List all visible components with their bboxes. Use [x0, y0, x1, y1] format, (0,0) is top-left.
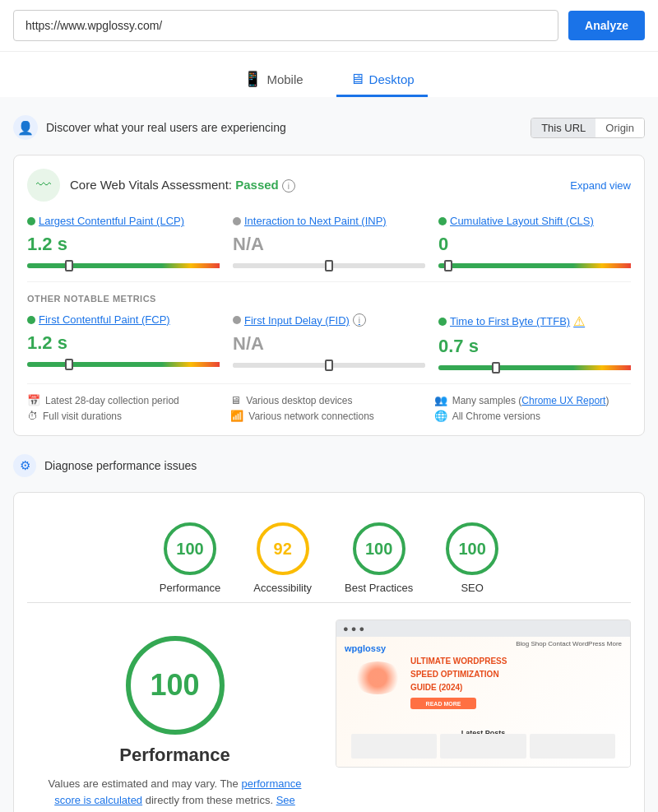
cwv-status: Passed	[235, 178, 279, 192]
accessibility-label: Accessibility	[253, 582, 312, 594]
other-metrics-grid: First Contentful Paint (FCP) 1.2 s First…	[27, 313, 631, 370]
cwv-footer-col-3: 👥 Many samples (Chrome UX Report) 🌐 All …	[434, 394, 631, 422]
fid-value: N/A	[233, 333, 425, 355]
diagnose-icon: ⚙	[13, 454, 36, 477]
fid-bar	[233, 363, 425, 368]
cls-dot	[438, 217, 447, 225]
url-origin-toggle: This URL Origin	[531, 118, 645, 138]
origin-button[interactable]: Origin	[595, 118, 644, 137]
footer-samples-text: Many samples (Chrome UX Report)	[452, 395, 609, 406]
footer-period-text: Latest 28-day collection period	[45, 395, 179, 406]
fcp-label-text: First Contentful Paint (FCP)	[39, 313, 170, 326]
performance-circle: 100	[164, 522, 216, 575]
score-performance[interactable]: 100 Performance	[160, 522, 220, 594]
performance-label: Performance	[160, 582, 220, 594]
real-users-title: Discover what your real users are experi…	[46, 121, 286, 134]
metric-inp: Interaction to Next Paint (INP) N/A	[233, 215, 425, 268]
real-users-left: 👤 Discover what your real users are expe…	[13, 115, 286, 140]
this-url-button[interactable]: This URL	[531, 118, 595, 137]
metric-fid: First Input Delay (FID) i N/A	[233, 313, 425, 370]
lcp-bar	[27, 263, 220, 268]
cwv-title-text: Core Web Vitals Assessment:	[70, 178, 232, 192]
lcp-label-text: Largest Contentful Paint (LCP)	[39, 215, 184, 227]
performance-subtitle: Values are estimated and may vary. The p…	[44, 776, 306, 812]
fid-info-icon[interactable]: i	[353, 313, 366, 327]
tab-desktop-label: Desktop	[369, 72, 415, 86]
metric-inp-label[interactable]: Interaction to Next Paint (INP)	[233, 215, 425, 227]
cta-button: READ MORE	[426, 701, 461, 707]
site-screenshot: ● ● ● wpglossy Blog Shop Contact WordPre…	[336, 619, 631, 768]
score-accessibility[interactable]: 92 Accessibility	[253, 522, 312, 594]
cwv-header: 〰 Core Web Vitals Assessment: Passed i E…	[27, 169, 631, 202]
screenshot-nav-dots: ● ● ●	[343, 624, 364, 633]
screenshot-logo: wpglossy	[345, 643, 386, 653]
metric-ttfb-label[interactable]: Time to First Byte (TTFB) ⚠	[438, 313, 631, 329]
cwv-footer-chrome: 🌐 All Chrome versions	[434, 410, 631, 422]
globe-icon: 🌐	[434, 410, 447, 422]
chrome-ux-link[interactable]: Chrome UX Report	[521, 395, 605, 406]
screenshot-browser-bar: ● ● ●	[336, 620, 630, 637]
fid-dot	[233, 316, 241, 324]
seo-label: SEO	[461, 582, 483, 594]
score-best-practices[interactable]: 100 Best Practices	[345, 522, 413, 594]
inp-label-text: Interaction to Next Paint (INP)	[244, 215, 387, 227]
desktop-icon: 🖥	[350, 71, 364, 88]
header: Analyze	[0, 0, 658, 52]
metrics-divider	[27, 281, 631, 282]
fcp-bar	[27, 362, 220, 367]
desktop-small-icon: 🖥	[230, 394, 241, 406]
metric-cls-label[interactable]: Cumulative Layout Shift (CLS)	[438, 215, 631, 227]
clock-icon: ⏱	[27, 410, 38, 422]
cls-bar	[438, 263, 631, 268]
real-users-bar: 👤 Discover what your real users are expe…	[13, 109, 645, 146]
inp-bar	[233, 263, 425, 268]
screenshot-content: wpglossy Blog Shop Contact WordPress Mor…	[336, 637, 630, 767]
diagnose-bar: ⚙ Diagnose performance issues	[13, 448, 645, 484]
big-performance-circle: 100	[126, 636, 225, 735]
metric-lcp-label[interactable]: Largest Contentful Paint (LCP)	[27, 215, 220, 227]
cwv-footer: 📅 Latest 28-day collection period ⏱ Full…	[27, 383, 631, 422]
cwv-footer-col-2: 🖥 Various desktop devices 📶 Various netw…	[230, 394, 427, 422]
screenshot-posts-section	[351, 734, 615, 759]
main-metrics-grid: Largest Contentful Paint (LCP) 1.2 s Int…	[27, 215, 631, 268]
subtitle-part1: Values are estimated and may vary. The	[49, 777, 239, 790]
analyze-button[interactable]: Analyze	[568, 11, 645, 40]
ttfb-value: 0.7 s	[438, 336, 631, 357]
tab-mobile-label: Mobile	[266, 72, 303, 86]
fcp-value: 1.2 s	[27, 332, 220, 354]
metric-cls: Cumulative Layout Shift (CLS) 0	[438, 215, 631, 268]
lcp-dot	[27, 217, 35, 225]
tab-desktop[interactable]: 🖥 Desktop	[336, 63, 428, 97]
url-input[interactable]	[13, 10, 558, 41]
post-card-1	[351, 734, 437, 759]
best-practices-label: Best Practices	[345, 582, 413, 594]
tab-bar: 📱 Mobile 🖥 Desktop	[0, 52, 658, 97]
metric-ttfb: Time to First Byte (TTFB) ⚠ 0.7 s	[438, 313, 631, 370]
scores-card: 100 Performance 92 Accessibility 100 Bes…	[13, 492, 645, 812]
tab-mobile[interactable]: 📱 Mobile	[230, 63, 316, 97]
score-seo[interactable]: 100 SEO	[446, 522, 498, 594]
cls-value: 0	[438, 234, 631, 255]
expand-view-link[interactable]: Expand view	[570, 179, 631, 192]
cwv-footer-samples: 👥 Many samples (Chrome UX Report)	[434, 394, 631, 406]
user-icon: 👤	[13, 115, 38, 140]
accessibility-circle: 92	[257, 522, 309, 575]
cwv-footer-network: 📶 Various network connections	[230, 410, 427, 422]
metric-fid-label[interactable]: First Input Delay (FID) i	[233, 313, 425, 327]
fid-label-text: First Input Delay (FID)	[244, 314, 350, 327]
subtitle-part2: directly from these metrics.	[146, 794, 273, 806]
footer-duration-text: Full visit durations	[43, 411, 122, 422]
cwv-info-icon[interactable]: i	[282, 179, 295, 193]
fcp-dot	[27, 316, 35, 324]
users-icon: 👥	[434, 394, 447, 406]
cwv-footer-duration: ⏱ Full visit durations	[27, 410, 224, 422]
ttfb-label-text: Time to First Byte (TTFB)	[450, 315, 570, 327]
performance-detail-title: Performance	[119, 745, 230, 766]
performance-detail: 100 Performance Values are estimated and…	[27, 611, 631, 812]
ttfb-bar	[438, 365, 631, 370]
footer-chrome-text: All Chrome versions	[452, 411, 540, 422]
nav-links: Blog Shop Contact WordPress More	[516, 640, 622, 647]
metric-fcp-label[interactable]: First Contentful Paint (FCP)	[27, 313, 220, 326]
performance-left-panel: 100 Performance Values are estimated and…	[27, 619, 322, 812]
main-content: 👤 Discover what your real users are expe…	[0, 97, 658, 812]
